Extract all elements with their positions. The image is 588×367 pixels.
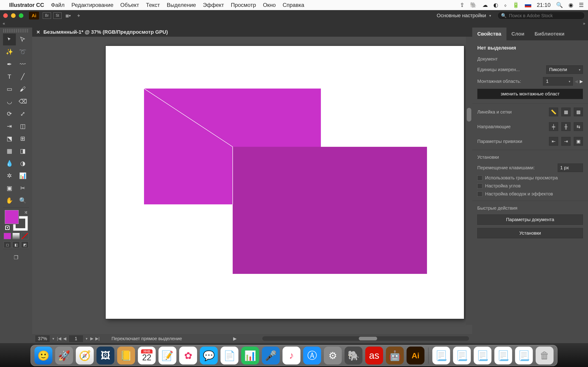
first-artboard-button[interactable]: |◀	[57, 336, 61, 341]
dock-system-prefs[interactable]: ⚙	[324, 347, 342, 365]
line-segment-tool[interactable]: ╱	[16, 71, 29, 83]
dock-evernote[interactable]: 🐘	[345, 347, 363, 365]
dock-document-2[interactable]: 📃	[453, 347, 471, 365]
zoom-level-field[interactable]: 37%	[35, 335, 50, 342]
column-graph-tool[interactable]: 📊	[16, 170, 29, 182]
window-minimize-button[interactable]	[11, 13, 16, 18]
tab-properties[interactable]: Свойства	[472, 27, 506, 40]
guides-visibility-icon[interactable]: ╪	[549, 122, 558, 131]
window-zoom-button[interactable]	[19, 13, 23, 18]
draw-inside-button[interactable]: ◩	[21, 242, 28, 248]
dropbox-icon[interactable]: ⇪	[460, 2, 464, 8]
edit-artboards-button[interactable]: зменить монтажные област	[477, 89, 583, 99]
dock-illustrator[interactable]: Ai	[406, 347, 424, 365]
vertical-scrollbar-thumb[interactable]	[467, 108, 471, 122]
hand-tool[interactable]: ✋	[3, 194, 16, 206]
curvature-tool[interactable]: 〰	[16, 58, 29, 70]
gpu-performance-icon[interactable]: ✈	[74, 12, 83, 19]
screen-mode-button[interactable]: ❐	[12, 254, 20, 261]
blend-tool[interactable]: ◑	[16, 157, 29, 169]
snap-grid-icon[interactable]: ⇥	[561, 137, 571, 146]
creative-cloud-icon[interactable]: ◐	[493, 2, 498, 8]
key-increment-input[interactable]	[558, 164, 583, 172]
paintbrush-tool[interactable]: 🖌	[16, 83, 29, 95]
selection-tool[interactable]	[3, 33, 16, 45]
gradient-tool[interactable]: ◨	[16, 145, 29, 157]
scale-tool[interactable]: ⤢	[16, 108, 29, 120]
symbol-sprayer-tool[interactable]: ✲	[3, 170, 16, 182]
next-artboard-button[interactable]: ▶	[90, 336, 94, 341]
adobe-stock-search[interactable]: 🔍 Поиск в Adobe Stock	[498, 12, 585, 19]
dock-keynote[interactable]: 🎤	[262, 347, 280, 365]
rectangle-tool[interactable]: ▭	[3, 83, 16, 95]
document-setup-button[interactable]: Параметры документа	[477, 215, 583, 225]
dock-photos[interactable]: ✿	[179, 347, 197, 365]
fill-swatch[interactable]	[5, 210, 19, 224]
dock-pages[interactable]: 📄	[221, 347, 238, 365]
palette-grip[interactable]	[3, 29, 29, 33]
right-panel-expand-icon[interactable]: »	[583, 21, 585, 27]
units-dropdown[interactable]: Пиксели	[546, 65, 583, 74]
shape-builder-tool[interactable]: ⬔	[3, 133, 16, 144]
horizontal-scrollbar-thumb[interactable]	[359, 337, 377, 340]
smart-guides-icon[interactable]: ⇆	[574, 122, 583, 131]
checkbox-preview-bounds[interactable]: Использовать границы просмотра	[477, 175, 583, 181]
menu-select[interactable]: Выделение	[167, 2, 196, 8]
checkbox-scale-corners[interactable]: Настройка углов	[477, 183, 583, 189]
artboard-dropdown-icon[interactable]: ▾	[86, 336, 87, 341]
dock-notes[interactable]: 📝	[158, 347, 176, 365]
dock-safari[interactable]: 🧭	[76, 347, 94, 365]
cloud-icon[interactable]: ☁	[482, 2, 488, 8]
menu-file[interactable]: Файл	[51, 2, 65, 8]
menu-view[interactable]: Просмотр	[231, 2, 256, 8]
close-tab-icon[interactable]: ✕	[36, 29, 40, 35]
horizontal-scrollbar[interactable]	[262, 336, 469, 341]
zoom-dropdown-icon[interactable]: ▾	[52, 336, 54, 341]
menu-effect[interactable]: Эффект	[203, 2, 224, 8]
grid-toggle-icon[interactable]: ▦	[561, 108, 571, 116]
dock-preview[interactable]: 🖼	[96, 347, 114, 365]
artboard-index-field[interactable]: 1	[69, 335, 83, 342]
menu-edit[interactable]: Редактирование	[71, 2, 113, 8]
vertical-scrollbar[interactable]	[466, 37, 472, 325]
last-artboard-button[interactable]: ▶|	[95, 336, 100, 341]
artboard[interactable]	[106, 46, 464, 319]
free-transform-tool[interactable]: ◫	[16, 120, 29, 132]
gradient-mode-button[interactable]	[12, 233, 20, 239]
dock-calendar[interactable]: ЯНВ22	[138, 347, 156, 365]
dock-document-4[interactable]: 📃	[494, 347, 512, 365]
slice-tool[interactable]: ✂	[16, 182, 29, 194]
default-fill-stroke-icon[interactable]	[5, 225, 10, 230]
eraser-tool[interactable]: ⌫	[16, 95, 29, 107]
menubar-app-name[interactable]: Illustrator CC	[9, 2, 44, 8]
dock-lastfm[interactable]: as	[365, 347, 383, 365]
checkbox-scale-strokes[interactable]: Настройка обводок и эффектов	[477, 191, 583, 197]
direct-selection-tool[interactable]	[16, 33, 29, 45]
stock-button[interactable]: St	[53, 12, 61, 19]
keyboard-layout-flag-russia[interactable]	[525, 3, 531, 7]
siri-icon[interactable]: ◉	[569, 2, 573, 8]
menubar-clock[interactable]: 21:10	[537, 2, 551, 8]
width-tool[interactable]: ⇥	[3, 120, 16, 132]
fill-stroke-swatches[interactable]: ⤭	[5, 210, 27, 231]
arrange-documents-button[interactable]: ▦▾	[64, 12, 72, 19]
workspace-switcher[interactable]: Основные настройки ▾	[437, 13, 491, 19]
canvas-viewport[interactable]	[32, 37, 472, 334]
ruler-toggle-icon[interactable]: 📏	[549, 108, 558, 116]
color-mode-button[interactable]	[4, 233, 11, 239]
snap-pixel-icon[interactable]: ▣	[574, 137, 583, 146]
perspective-grid-tool[interactable]: ⊞	[16, 133, 29, 144]
menu-object[interactable]: Объект	[120, 2, 139, 8]
transparency-grid-icon[interactable]: ▩	[574, 108, 583, 116]
preferences-button[interactable]: Установки	[477, 228, 583, 238]
document-tab[interactable]: ✕ Безымянный-1* @ 37% (RGB/Предпросмотр …	[32, 27, 472, 37]
draw-normal-button[interactable]: ◻	[4, 242, 11, 248]
bridge-button[interactable]: Br	[43, 12, 51, 19]
snap-point-icon[interactable]: ⇤	[549, 137, 558, 146]
spotlight-icon[interactable]: 🔍	[556, 2, 563, 8]
dock-itunes[interactable]: ♪	[283, 347, 300, 365]
type-tool[interactable]: T	[3, 71, 16, 83]
evernote-menu-icon[interactable]: 🐘	[470, 2, 477, 8]
wifi-icon[interactable]: ⬨	[504, 2, 507, 8]
prev-artboard-icon[interactable]: ◀	[575, 79, 578, 84]
